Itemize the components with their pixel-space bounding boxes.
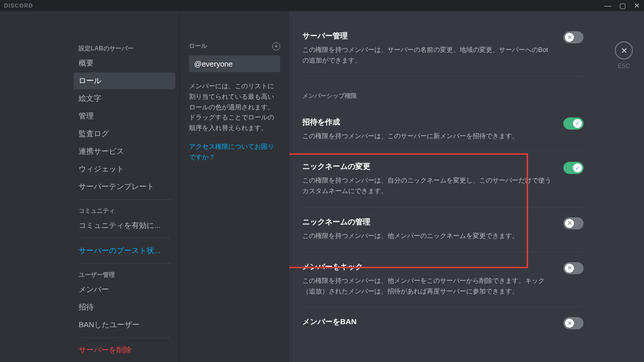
toggle-change-nickname[interactable]: ✓: [563, 162, 584, 174]
perm-desc: この権限を持つメンバーは、サーバーの名前の変更、地域の変更、サーバーへのBotの…: [302, 45, 553, 66]
role-list-column: ロール + @everyone メンバーには、このリストに割り当てられている最も…: [179, 11, 289, 362]
sidebar-item-enable-community[interactable]: コミュニティを有効に...: [74, 217, 175, 234]
window-controls: — ▢ ✕: [604, 2, 640, 10]
perm-title: ニックネームの変更: [302, 162, 553, 171]
close-window-button[interactable]: ✕: [634, 2, 640, 10]
perm-text: サーバー管理 この権限を持つメンバーは、サーバーの名前の変更、地域の変更、サーバ…: [302, 31, 553, 66]
settings-sidebar: 設定LABのサーバー 概要 ロール 絵文字 管理 監査ログ 連携サービス ウィジ…: [70, 11, 179, 362]
perm-text: メンバーをキック この権限を持つメンバーは、他メンバーをこのサーバーから削除でき…: [302, 262, 553, 297]
maximize-button[interactable]: ▢: [619, 2, 626, 10]
app-logo: DISCORD: [4, 3, 33, 9]
add-role-button[interactable]: +: [272, 41, 280, 50]
sidebar-separator: [79, 263, 170, 264]
close-icon: ✕: [621, 46, 627, 55]
sidebar-separator: [79, 337, 170, 338]
sidebar-item-widget[interactable]: ウィジェット: [74, 161, 175, 177]
perm-kick-members: メンバーをキック この権限を持つメンバーは、他メンバーをこのサーバーから削除でき…: [302, 252, 584, 308]
role-column-description: メンバーには、このリストに割り当てられている最も高いロールの色が適用されます。ド…: [189, 81, 280, 134]
perm-title: メンバーをBAN: [302, 317, 553, 327]
sidebar-item-integrations[interactable]: 連携サービス: [74, 143, 175, 160]
role-column-header: ロール +: [189, 41, 280, 50]
perm-create-invite: 招待を作成 この権限を持つメンバーは、このサーバーに新メンバーを招待できます。 …: [302, 107, 584, 152]
toggle-create-invite[interactable]: ✓: [563, 117, 584, 130]
check-icon: ✓: [573, 163, 582, 172]
perm-text: 招待を作成 この権限を持つメンバーは、このサーバーに新メンバーを招待できます。: [302, 117, 553, 142]
perm-manage-nickname: ニックネームの管理 この権限を持つメンバーは、他メンバーのニックネームを変更でき…: [302, 207, 584, 252]
perm-desc: この権限を持つメンバーは、他メンバーのニックネームを変更できます。: [302, 231, 553, 242]
sidebar-item-emoji[interactable]: 絵文字: [74, 90, 175, 107]
x-icon: ✕: [565, 219, 574, 228]
close-settings-button[interactable]: ✕: [615, 41, 633, 59]
perm-change-nickname: ニックネームの変更 この権限を持つメンバーは、自分のニックネームを変更し、このサ…: [302, 152, 584, 207]
close-column: ✕ ESC: [604, 11, 644, 362]
sidebar-item-roles[interactable]: ロール: [74, 73, 175, 89]
perm-title: ニックネームの管理: [302, 217, 553, 227]
perm-ban-members: メンバーをBAN ✕: [302, 307, 584, 341]
perm-desc: この権限を持つメンバーは、自分のニックネームを変更し、このサーバーだけで使うカス…: [302, 175, 553, 197]
perm-title: メンバーをキック: [302, 262, 553, 272]
sidebar-item-bans[interactable]: BANしたユーザー: [74, 317, 175, 333]
plus-icon: +: [272, 42, 280, 50]
perm-section-membership: メンバーシップ権限: [302, 92, 584, 100]
sidebar-item-audit-log[interactable]: 監査ログ: [74, 126, 175, 142]
left-gutter: [0, 11, 70, 362]
perm-desc: この権限を持つメンバーは、他メンバーをこのサーバーから削除できます。キック（追放…: [302, 276, 553, 297]
toggle-kick-members[interactable]: ✕: [563, 262, 584, 274]
sidebar-item-overview[interactable]: 概要: [74, 55, 175, 72]
x-icon: ✕: [565, 319, 574, 328]
sidebar-item-members[interactable]: メンバー: [74, 281, 175, 298]
sidebar-section-user-mgmt: ユーザー管理: [74, 268, 175, 281]
sidebar-item-template[interactable]: サーバーテンプレート: [74, 178, 175, 195]
main-layout: 設定LABのサーバー 概要 ロール 絵文字 管理 監査ログ 連携サービス ウィジ…: [0, 11, 644, 362]
perm-title: サーバー管理: [302, 31, 553, 41]
perm-title: 招待を作成: [302, 117, 553, 127]
toggle-ban-members[interactable]: ✕: [563, 317, 584, 329]
role-column-title: ロール: [189, 42, 207, 50]
permissions-content: サーバー管理 この権限を持つメンバーは、サーバーの名前の変更、地域の変更、サーバ…: [289, 11, 604, 362]
sidebar-item-boost[interactable]: サーバーのブースト状...: [74, 243, 175, 259]
check-icon: ✓: [573, 119, 582, 128]
permissions-help-link[interactable]: アクセス権限についてお困りですか？: [189, 142, 280, 163]
sidebar-item-moderation[interactable]: 管理: [74, 108, 175, 125]
x-icon: ✕: [565, 264, 574, 273]
minimize-button[interactable]: —: [604, 2, 611, 10]
sidebar-section-server: 設定LABのサーバー: [74, 41, 175, 55]
perm-text: ニックネームの変更 この権限を持つメンバーは、自分のニックネームを変更し、このサ…: [302, 162, 553, 197]
sidebar-item-delete-server[interactable]: サーバーを削除: [74, 342, 175, 358]
x-icon: ✕: [565, 33, 574, 42]
perm-text: ニックネームの管理 この権限を持つメンバーは、他メンバーのニックネームを変更でき…: [302, 217, 553, 242]
sidebar-section-community: コミュニティ: [74, 204, 175, 217]
sidebar-separator: [79, 199, 170, 200]
sidebar-separator: [79, 238, 170, 238]
sidebar-item-invites[interactable]: 招待: [74, 299, 175, 316]
toggle-server-manage[interactable]: ✕: [563, 31, 584, 43]
perm-desc: この権限を持つメンバーは、このサーバーに新メンバーを招待できます。: [302, 131, 553, 142]
toggle-manage-nickname[interactable]: ✕: [563, 217, 584, 229]
perm-text: メンバーをBAN: [302, 317, 553, 331]
role-everyone[interactable]: @everyone: [189, 55, 280, 72]
close-label: ESC: [618, 63, 630, 70]
perm-server-manage: サーバー管理 この権限を持つメンバーは、サーバーの名前の変更、地域の変更、サーバ…: [302, 21, 584, 77]
titlebar: DISCORD — ▢ ✕: [0, 0, 644, 11]
